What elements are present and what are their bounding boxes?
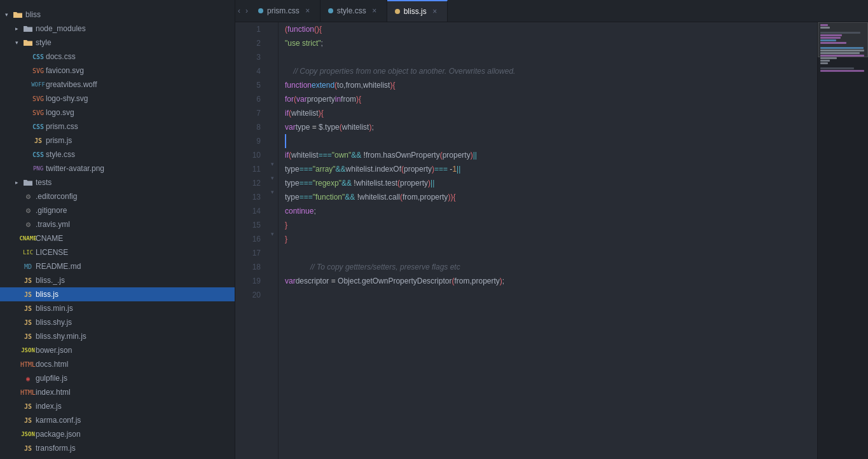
tab-style.css[interactable]: style.css × — [320, 0, 387, 22]
file-icon-config: ⚙ — [23, 219, 33, 230]
sidebar-item-style.css[interactable]: CSSstyle.css — [0, 147, 235, 161]
folder-arrow — [15, 25, 22, 32]
tab-label: bliss.js — [404, 7, 427, 16]
gutter-marker-10[interactable]: ▾ — [271, 227, 274, 241]
line-number-9: 9 — [235, 134, 261, 148]
sidebar-item-favicon.svg[interactable]: SVGfavicon.svg — [0, 64, 235, 78]
tab-prism.css[interactable]: prism.css × — [251, 0, 320, 22]
sidebar-item-index.js[interactable]: JSindex.js — [0, 399, 235, 413]
sidebar-item-label: bower.json — [36, 346, 72, 355]
gutter-marker-7[interactable]: ▾ — [271, 185, 274, 199]
gutter-marker-5[interactable]: ▾ — [271, 157, 274, 171]
folder-icon — [13, 10, 23, 20]
file-icon-html: HTML — [23, 387, 33, 397]
folder-icon — [23, 38, 33, 48]
sidebar-item-bliss._.js[interactable]: JSbliss._.js — [0, 273, 235, 287]
sidebar-item-docs.css[interactable]: CSSdocs.css — [0, 50, 235, 64]
line-number-3: 3 — [235, 50, 261, 64]
sidebar-item-label: prism.js — [46, 136, 72, 145]
tab-bliss.js[interactable]: bliss.js × — [387, 0, 448, 22]
sidebar-item-docs.html[interactable]: HTMLdocs.html — [0, 357, 235, 371]
sidebar-item-bliss.shy.js[interactable]: JSbliss.shy.js — [0, 315, 235, 329]
sidebar-item-bower.json[interactable]: JSONbower.json — [0, 343, 235, 357]
sidebar-item-logo.svg[interactable]: SVGlogo.svg — [0, 106, 235, 120]
minimap-line — [820, 55, 864, 57]
sidebar-item-bliss-root[interactable]: bliss — [0, 8, 235, 22]
line-number-18: 18 — [235, 260, 261, 274]
code-line-1: (function() { — [285, 22, 817, 36]
tab-close-button[interactable]: × — [431, 7, 439, 16]
sidebar-item-label: docs.html — [36, 360, 68, 369]
sidebar-item-label: karma.conf.js — [36, 416, 81, 425]
sidebar-item-tests-folder[interactable]: tests — [0, 175, 235, 189]
sidebar-item-twitter-avatar.png[interactable]: PNGtwitter-avatar.png — [0, 161, 235, 175]
tab-next-button[interactable]: › — [243, 0, 251, 22]
minimap — [817, 22, 868, 459]
folder-arrow — [15, 39, 22, 46]
code-line-2: "use strict"; — [285, 36, 817, 50]
sidebar-item-label: greatvibes.woff — [46, 80, 97, 89]
minimap-line — [820, 24, 828, 26]
sidebar-item-.travis.yml[interactable]: ⚙.travis.yml — [0, 217, 235, 231]
sidebar-item-label: .gitignore — [36, 206, 67, 215]
file-icon-js: JS — [23, 317, 33, 327]
sidebar-item-bliss.shy.min.js[interactable]: JSbliss.shy.min.js — [0, 329, 235, 343]
file-icon-html: HTML — [23, 359, 33, 369]
file-icon-js: JS — [23, 275, 33, 285]
sidebar-item-README.md[interactable]: MDREADME.md — [0, 259, 235, 273]
sidebar-item-label: LICENSE — [36, 248, 68, 257]
tab-type-dot — [328, 8, 333, 13]
line-number-14: 14 — [235, 204, 261, 218]
sidebar-item-node_modules[interactable]: node_modules — [0, 22, 235, 36]
sidebar-item-label: transform.js — [36, 444, 76, 453]
sidebar-item-logo-shy.svg[interactable]: SVGlogo-shy.svg — [0, 92, 235, 106]
sidebar-item-bliss.min.js[interactable]: JSbliss.min.js — [0, 301, 235, 315]
file-icon-js: JS — [23, 401, 33, 411]
sidebar-item-CNAME[interactable]: CNAMECNAME — [0, 231, 235, 245]
sidebar-item-label: gulpfile.js — [36, 374, 67, 383]
folder-arrow — [15, 179, 22, 186]
sidebar-item-prism.js[interactable]: JSprism.js — [0, 134, 235, 147]
code-line-13: type === "function" && !whitelist.call(f… — [285, 190, 817, 204]
sidebar-item-gulpfile.js[interactable]: ◉gulpfile.js — [0, 371, 235, 385]
sidebar-item-label: CNAME — [36, 234, 63, 243]
line-number-1: 1 — [235, 22, 261, 36]
folder-icon — [23, 24, 33, 34]
minimap-line — [820, 32, 860, 34]
sidebar-item-package.json[interactable]: JSONpackage.json — [0, 427, 235, 441]
code-line-11: type === "array" && whitelist.indexOf(pr… — [285, 162, 817, 176]
editor-wrapper: 1234567891011121314151617181920 ▾▾▾▾ (fu… — [235, 22, 868, 459]
line-number-4: 4 — [235, 64, 261, 78]
code-line-12: type === "regexp" && !whitelist.test(pro… — [285, 176, 817, 190]
code-line-8: var type = $.type(whitelist); — [285, 120, 817, 134]
sidebar-item-label: bliss.js — [36, 290, 59, 299]
tab-close-button[interactable]: × — [370, 6, 379, 15]
sidebar-item-greatvibes.woff[interactable]: WOFFgreatvibes.woff — [0, 78, 235, 92]
line-number-17: 17 — [235, 246, 261, 260]
code-line-10: if (whitelist === "own" && !from.hasOwnP… — [285, 148, 817, 162]
sidebar-item-.gitignore[interactable]: ⚙.gitignore — [0, 203, 235, 217]
sidebar-item-label: bliss.min.js — [36, 304, 73, 313]
sidebar-item-karma.conf.js[interactable]: JSkarma.conf.js — [0, 413, 235, 427]
sidebar-item-index.html[interactable]: HTMLindex.html — [0, 385, 235, 399]
code-line-20 — [285, 288, 817, 302]
sidebar-item-label: index.html — [36, 388, 71, 397]
line-number-2: 2 — [235, 36, 261, 50]
file-icon-json: JSON — [23, 429, 33, 439]
sidebar-item-transform.js[interactable]: JStransform.js — [0, 441, 235, 455]
gutter-marker-6[interactable]: ▾ — [271, 171, 274, 185]
line-number-19: 19 — [235, 274, 261, 288]
tab-close-button[interactable]: × — [303, 6, 312, 15]
code-line-17 — [285, 246, 817, 260]
sidebar-tree[interactable]: blissnode_modulesstyleCSSdocs.cssSVGfavi… — [0, 8, 235, 459]
line-number-13: 13 — [235, 190, 261, 204]
code-area[interactable]: (function() { "use strict"; // Copy prop… — [279, 22, 817, 459]
sidebar-item-bliss.js[interactable]: JSbliss.js — [0, 287, 235, 301]
tab-prev-button[interactable]: ‹ — [235, 0, 243, 22]
sidebar-item-style-folder[interactable]: style — [0, 36, 235, 50]
sidebar-item-LICENSE[interactable]: LICLICENSE — [0, 245, 235, 259]
file-icon-md: MD — [23, 261, 33, 271]
sidebar-item-prism.css[interactable]: CSSprism.css — [0, 120, 235, 134]
sidebar-item-label: README.md — [36, 262, 81, 271]
sidebar-item-.editorconfig[interactable]: ⚙.editorconfig — [0, 189, 235, 203]
